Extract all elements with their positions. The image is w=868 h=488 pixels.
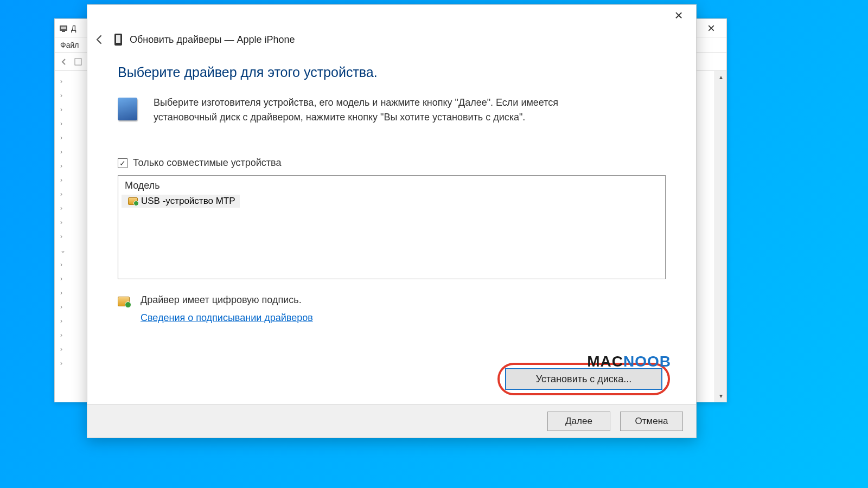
next-button[interactable]: Далее: [547, 412, 610, 431]
compatible-checkbox[interactable]: ✓: [118, 158, 127, 168]
back-arrow-icon[interactable]: [92, 32, 107, 47]
cancel-button[interactable]: Отмена: [620, 412, 683, 431]
mtp-device-icon: [128, 197, 138, 205]
list-item[interactable]: USB -устройство MTP: [122, 195, 240, 208]
signature-link[interactable]: Сведения о подписывании драйверов: [141, 312, 313, 324]
scrollbar[interactable]: ▴ ▾: [714, 71, 726, 402]
model-listbox[interactable]: Модель USB -устройство MTP: [118, 175, 666, 279]
compatible-checkbox-row: ✓ Только совместимые устройства: [118, 157, 666, 169]
svg-rect-2: [62, 31, 65, 32]
signature-icon: [118, 297, 130, 306]
watermark-part2: NOOB: [623, 353, 671, 370]
dialog-body: Выберите драйвер для этого устройства. В…: [87, 50, 696, 404]
dialog-header: Обновить драйверы — Apple iPhone: [87, 29, 696, 50]
page-heading: Выберите драйвер для этого устройства.: [118, 65, 666, 80]
device-manager-icon: [59, 24, 68, 33]
instruction-row: Выберите изготовителя устройства, его мо…: [118, 95, 666, 125]
svg-rect-3: [75, 59, 81, 65]
signature-row: Драйвер имеет цифровую подпись. Сведения…: [118, 294, 666, 324]
signature-text: Драйвер имеет цифровую подпись.: [141, 294, 313, 306]
dialog-close-button[interactable]: ×: [668, 7, 690, 25]
scroll-down-icon[interactable]: ▾: [715, 390, 726, 402]
toolbar-back-icon[interactable]: [58, 56, 70, 68]
toolbar-button[interactable]: [72, 56, 84, 68]
svg-rect-1: [61, 27, 66, 29]
list-item-label: USB -устройство MTP: [141, 196, 235, 207]
scroll-up-icon[interactable]: ▴: [715, 71, 726, 83]
watermark-part1: MAC: [587, 353, 623, 370]
back-close-button[interactable]: ×: [700, 21, 722, 35]
listbox-header: Модель: [118, 176, 665, 195]
instruction-text: Выберите изготовителя устройства, его мо…: [154, 95, 577, 125]
dialog-titlebar: ×: [87, 5, 696, 29]
device-icon: [118, 98, 137, 120]
phone-icon: [114, 34, 122, 46]
dialog-title: Обновить драйверы — Apple iPhone: [130, 34, 295, 46]
dialog-footer: Далее Отмена: [87, 404, 696, 438]
compatible-checkbox-label: Только совместимые устройства: [133, 157, 282, 169]
watermark: MACNOOB: [587, 353, 671, 370]
update-driver-dialog: × Обновить драйверы — Apple iPhone Выбер…: [87, 4, 697, 438]
menu-file[interactable]: Файл: [60, 41, 79, 49]
install-from-disk-button[interactable]: Установить с диска...: [505, 368, 662, 390]
